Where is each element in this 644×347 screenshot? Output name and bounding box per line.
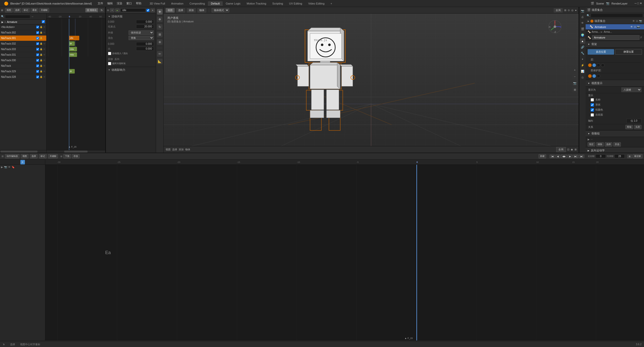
nla-channel-menu[interactable]: 通道 [31, 8, 38, 12]
view-display-header[interactable]: ▼ 视图显示 [586, 80, 644, 87]
nla-strip-dr[interactable]: dr [69, 41, 75, 46]
show-shapes-cb[interactable] [591, 103, 594, 107]
prop-tab-constraints[interactable]: 🔗 [580, 44, 585, 50]
prot-dot-2[interactable] [592, 74, 596, 78]
blend-out-value[interactable]: 0.000 [136, 47, 154, 51]
frame-end-value[interactable]: 28 [615, 154, 625, 158]
head-btn[interactable]: 头部 [634, 125, 641, 129]
bone-group-assign-btn[interactable]: 指定 [588, 142, 595, 147]
scene-name[interactable]: Scene [596, 2, 604, 5]
show-names-cb[interactable] [591, 98, 594, 101]
ba-select-menu[interactable]: 选择 [30, 154, 37, 158]
prop-tab-particles[interactable]: ✦ [580, 56, 585, 62]
auto-blend-checkbox[interactable] [108, 52, 111, 55]
viewport-icon-xray[interactable]: ◎ [571, 9, 574, 12]
arm-select-icon[interactable]: ⊙ [634, 25, 636, 28]
col-eye-icon[interactable]: 👁 [632, 20, 635, 22]
vp-transform-icon[interactable]: ⊞ [575, 148, 577, 151]
tool-rotate[interactable]: ↻ [157, 24, 163, 30]
vp-bottom-view[interactable]: 视图 [166, 148, 171, 151]
frame-start-value[interactable]: 0 [596, 154, 606, 158]
nla-track-031[interactable]: NlaTrack.031 🔒 ☆ [0, 52, 46, 58]
loop-checkbox[interactable] [108, 62, 111, 65]
nla-search-input[interactable] [5, 15, 30, 18]
display-as-select[interactable]: 八面锥 [621, 87, 641, 92]
track-lock-7[interactable]: 🔒 [40, 64, 43, 67]
track-mute-3[interactable] [36, 42, 39, 45]
ba-new-action[interactable]: 新建 [539, 154, 546, 158]
tab-3dviewfull[interactable]: 3D View Full [146, 1, 168, 6]
btn-jump-start[interactable]: |◀ [550, 155, 555, 158]
btn-play[interactable]: ▶ [568, 155, 573, 158]
prot-dot-3[interactable] [597, 74, 600, 78]
show-in-front-cb[interactable] [591, 113, 594, 117]
ba-marker-menu[interactable]: 标记 [39, 154, 47, 158]
playback-icon-4[interactable]: 🔖 [12, 166, 15, 168]
frame-rate-btn[interactable]: 最近帧 [633, 154, 642, 158]
layer-dot-active[interactable] [588, 63, 592, 67]
track-star-8[interactable]: ☆ [43, 70, 45, 73]
tab-scripting[interactable]: Scripting [269, 1, 286, 6]
ba-stash[interactable]: 存放 [72, 154, 80, 158]
vp-bottom-select[interactable]: 选择 [172, 148, 177, 151]
vp-prop-icon[interactable]: ◉ [571, 148, 573, 151]
track-mute-2[interactable] [36, 37, 39, 40]
armature-tree-item[interactable]: 🦴 Armature 👁 ⊙ 📷 [586, 24, 644, 30]
tool-measure[interactable]: 📐 [157, 59, 163, 64]
tool-move[interactable]: ✥ [157, 17, 163, 22]
rest-position-btn[interactable]: 静置位置 [615, 49, 642, 55]
prop-tab-physics[interactable]: ⚡ [580, 62, 585, 68]
tab-animation[interactable]: Animation [168, 1, 186, 6]
prop-tab-view[interactable]: 👁 [580, 20, 585, 26]
track-star-2[interactable]: ☆ [43, 37, 45, 40]
track-lock-8[interactable]: 🔒 [40, 70, 43, 73]
nla-track-002[interactable]: NlaTrack.002 🔒 ☆ [0, 30, 46, 36]
playback-icon-3[interactable]: 👁 [8, 166, 11, 168]
btn-play-reverse[interactable]: ◀▶ [561, 155, 567, 158]
prot-dot-active[interactable] [588, 74, 592, 78]
track-star-9[interactable]: ☆ [43, 76, 45, 78]
vp-snap-icon[interactable]: ⊡ [567, 148, 569, 151]
breadcrumb-1[interactable]: Arma... [592, 30, 600, 33]
track-lock-5[interactable]: 🔒 [40, 53, 43, 56]
prop-tab-object[interactable]: ▲ [580, 38, 585, 44]
menu-render[interactable]: 渲染 [115, 1, 124, 6]
nla-track-030[interactable]: NlaTrack.030 🔒 ☆ [0, 58, 46, 63]
viewport-object-menu[interactable]: 物体 [197, 8, 206, 13]
action-checkbox[interactable] [146, 9, 149, 12]
nla-timeline-content[interactable]: idle dr rota rota [47, 19, 105, 150]
btn-prev-frame[interactable]: ◀ [555, 155, 560, 158]
nla-strip-idle[interactable]: idle [69, 36, 80, 40]
scene-search-input[interactable] [591, 14, 643, 17]
tool-cursor[interactable]: ✛ [157, 9, 163, 15]
track-mute-5[interactable] [36, 53, 39, 56]
nla-view-menu[interactable]: 视图 [5, 8, 13, 12]
action-add-strip[interactable]: + [110, 9, 114, 12]
track-lock-1[interactable]: 🔒 [40, 31, 43, 34]
breadcrumb-2[interactable]: Arma... [604, 30, 612, 33]
prop-tab-material[interactable]: ◎ [580, 75, 585, 80]
blend-in-value[interactable]: 0.000 [136, 42, 154, 46]
tab-compositing[interactable]: Compositing [186, 1, 208, 6]
bottom-timeline-content[interactable]: -30 -25 -20 -15 -10 -5 0 5 10 15 20 [45, 160, 644, 340]
btn-jump-end[interactable]: ▶| [579, 155, 584, 158]
tool-scale[interactable]: ⊠ [157, 32, 163, 37]
nla-refresh[interactable]: ↻ [99, 8, 104, 12]
nla-track-no-action[interactable]: <No Action> 🔒 ☆ [0, 24, 46, 30]
3d-viewport[interactable]: 视图 选择 添加 物体 物体模式 全局 ⊞ ⊙ ◎ ● ✛ ✥ ↻ ⊠ [156, 7, 579, 153]
track-mute-7[interactable] [36, 64, 39, 67]
track-star-3[interactable]: ☆ [43, 42, 45, 45]
layer-dot-4[interactable] [601, 63, 604, 67]
ik-header[interactable]: ▶ 反向运动学 [586, 147, 644, 153]
track-lock-6[interactable]: 🔒 [40, 59, 43, 62]
extrapolation-select[interactable]: 保持前进 [129, 30, 154, 35]
nla-track-001[interactable]: NlaTrack.001 🔒 ☆ [0, 36, 46, 41]
bone-group-header[interactable]: ▼ 骨骼组 [586, 130, 644, 137]
track-lock-0[interactable]: 🔒 [40, 26, 43, 28]
viewport-view-menu[interactable]: 视图 [166, 8, 175, 13]
nla-armature-header[interactable]: ▶ ⌂ Armature [0, 20, 46, 24]
nla-markers-menu[interactable]: 标记 [22, 8, 30, 12]
bone-group-deselect-btn[interactable]: 弃选 [613, 142, 621, 147]
nla-track-033[interactable]: NlaTrack.033 🔒 ☆ [0, 47, 46, 52]
tab-motiontracking[interactable]: Motion Tracking [244, 1, 269, 6]
